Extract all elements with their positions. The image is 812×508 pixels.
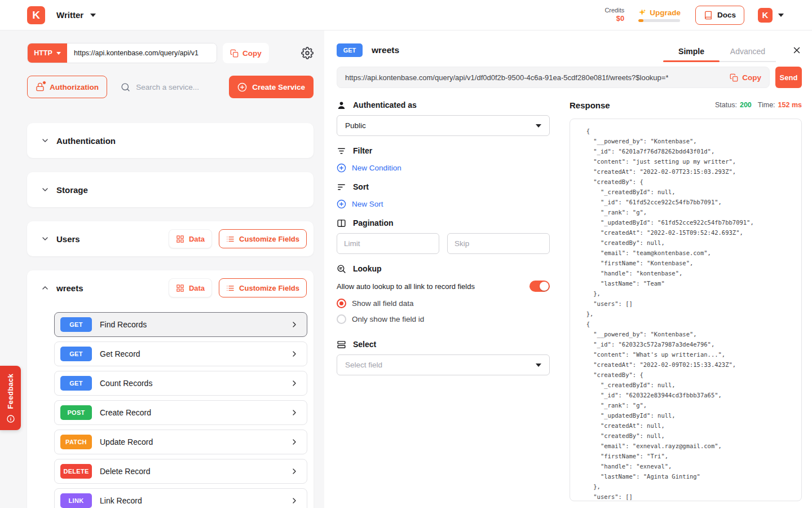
upgrade-button[interactable]: Upgrade [638, 8, 681, 22]
data-label: Data [189, 235, 205, 243]
credits-value: $0 [604, 14, 624, 23]
chevron-right-icon [290, 437, 299, 446]
feedback-label: Feedback [6, 374, 15, 409]
authenticated-as-select[interactable]: Public [337, 115, 550, 136]
section-header-wreets[interactable]: wreets Data Customize Fields [27, 270, 314, 305]
chevron-right-icon [290, 349, 299, 358]
plus-circle-icon [237, 82, 247, 92]
endpoint-get-record[interactable]: GET Get Record [54, 341, 307, 366]
pagination-label: Pagination [337, 217, 550, 229]
workspace-name: Writter [56, 10, 83, 20]
endpoint-label: Delete Record [100, 467, 151, 476]
tab-advanced[interactable]: Advanced [720, 47, 776, 62]
pagination-inputs [337, 233, 550, 254]
chevron-up-icon [41, 283, 50, 292]
chevron-down-icon [536, 364, 541, 367]
endpoint-label: Link Record [100, 496, 142, 505]
method-badge: POST [60, 405, 92, 420]
skip-input[interactable] [447, 233, 550, 254]
base-url-input[interactable] [67, 43, 217, 63]
section-storage: Storage [27, 172, 314, 207]
section-header-users[interactable]: Users Data Customize Fields [27, 221, 314, 256]
chevron-down-icon [41, 234, 50, 243]
wreets-data-button[interactable]: Data [169, 278, 212, 297]
endpoint-create-record[interactable]: POST Create Record [54, 400, 307, 425]
endpoint-label: Find Records [100, 320, 147, 329]
endpoint-label: Count Records [100, 379, 152, 388]
auto-lookup-label: Allow auto lookup to all link to record … [337, 282, 475, 291]
request-url-bar: https://api.kontenbase.com/query/api/v1/… [337, 67, 770, 88]
response-status: Status: 200 Time: 152 ms [715, 101, 802, 109]
connection-row: HTTP Copy [27, 43, 314, 63]
close-icon[interactable] [792, 45, 802, 55]
account-chevron-down-icon [778, 14, 784, 17]
docs-button[interactable]: Docs [695, 6, 744, 25]
pagination-icon [337, 218, 346, 228]
create-service-label: Create Service [252, 83, 305, 91]
endpoint-delete-record[interactable]: DELETE Delete Record [54, 459, 307, 484]
account-menu[interactable]: K [758, 8, 784, 23]
endpoint-update-record[interactable]: PATCH Update Record [54, 430, 307, 454]
copy-base-url-button[interactable]: Copy [223, 43, 269, 63]
copy-icon [230, 49, 239, 58]
user-icon [337, 100, 346, 110]
plus-circle-icon [337, 163, 346, 173]
chevron-right-icon [290, 379, 299, 388]
send-button[interactable]: Send [775, 67, 802, 88]
radio-unselected-icon [337, 314, 346, 324]
service-header: GET wreets Simple Advanced [337, 38, 802, 62]
search-input[interactable] [136, 83, 215, 91]
chevron-down-icon [41, 136, 50, 145]
endpoint-label: Update Record [100, 437, 153, 446]
section-header-storage[interactable]: Storage [27, 172, 314, 207]
section-title: wreets [56, 283, 83, 293]
authorization-button[interactable]: Authorization [27, 76, 107, 98]
select-field-dropdown[interactable]: Select field [337, 354, 550, 375]
mode-tabs: Simple Advanced [663, 47, 776, 62]
users-data-button[interactable]: Data [169, 229, 212, 248]
customize-fields-label: Customize Fields [239, 284, 299, 292]
endpoint-link-record[interactable]: LINK Link Record [54, 488, 307, 508]
section-title: Authentication [56, 136, 116, 146]
radio-only-field-id[interactable]: Only show the field id [337, 314, 550, 324]
grid-icon [176, 284, 184, 292]
workspace-chevron-down-icon[interactable] [90, 14, 96, 17]
response-title: Response [570, 100, 610, 110]
lookup-label: Lookup [337, 263, 550, 274]
response-body[interactable]: { "__powered_by": "Kontenbase", "_id": "… [570, 119, 802, 501]
new-condition-button[interactable]: New Condition [337, 162, 550, 173]
chevron-right-icon [290, 408, 299, 417]
endpoint-find-records[interactable]: GET Find Records [54, 312, 307, 337]
chevron-down-icon [41, 185, 50, 194]
new-sort-button[interactable]: New Sort [337, 198, 550, 209]
gear-icon[interactable] [301, 47, 314, 59]
radio-show-all-field-data[interactable]: Show all field data [337, 298, 550, 308]
method-badge: LINK [60, 493, 92, 508]
auto-lookup-row: Allow auto lookup to all link to record … [337, 280, 550, 292]
create-service-button[interactable]: Create Service [229, 76, 314, 98]
protocol-label: HTTP [34, 49, 52, 57]
copy-label: Copy [242, 49, 262, 58]
feedback-tab[interactable]: Feedback [0, 366, 21, 430]
auto-lookup-toggle[interactable] [529, 281, 550, 292]
protocol-dropdown[interactable]: HTTP [28, 43, 67, 63]
copy-request-url-button[interactable]: Copy [723, 73, 761, 82]
lock-badge-dot [42, 81, 46, 85]
chevron-right-icon [290, 496, 299, 505]
search-icon [121, 82, 130, 92]
copy-icon [730, 73, 738, 82]
users-customize-fields-button[interactable]: Customize Fields [219, 229, 307, 248]
request-builder-panel: GET wreets Simple Advanced https://api.k… [324, 30, 812, 508]
section-header-authentication[interactable]: Authentication [27, 123, 314, 158]
grid-icon [176, 235, 184, 243]
limit-input[interactable] [337, 233, 439, 254]
tab-simple[interactable]: Simple [663, 47, 720, 62]
endpoint-count-records[interactable]: GET Count Records [54, 371, 307, 396]
endpoint-label: Get Record [100, 349, 140, 358]
data-label: Data [189, 284, 205, 292]
select-field-placeholder: Select field [345, 361, 382, 369]
account-logo: K [758, 8, 773, 23]
filter-icon [337, 146, 346, 156]
wreets-customize-fields-button[interactable]: Customize Fields [219, 278, 307, 297]
chevron-right-icon [290, 467, 299, 476]
